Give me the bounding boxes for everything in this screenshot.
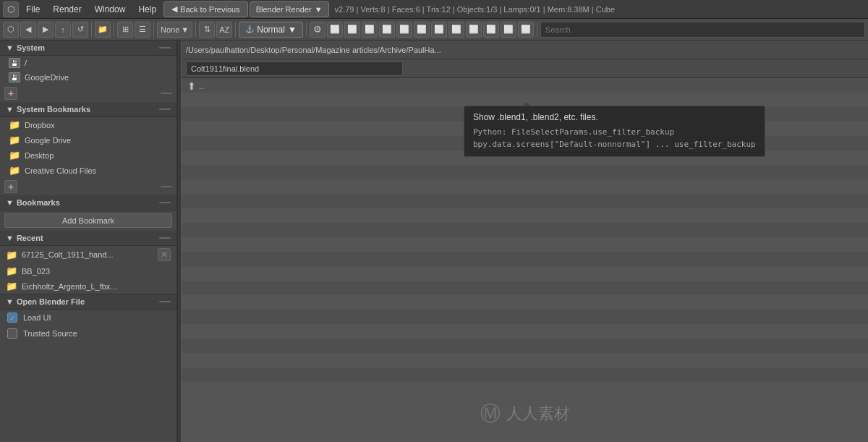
load-ui-checkbox-item[interactable]: ✓ Load UI [0, 310, 176, 326]
menu-help[interactable]: Help [132, 1, 162, 17]
sys-bm-divider [159, 109, 171, 110]
sidebar-item-creative-cloud[interactable]: 📁 Creative Cloud Files [0, 163, 176, 178]
filter-btn4[interactable]: ⬜ [362, 22, 378, 38]
renderer-select[interactable]: Blender Render ▼ [250, 1, 329, 17]
filter-btn3[interactable]: ⬜ [344, 22, 360, 38]
filter-btn2[interactable]: ⬜ [327, 22, 343, 38]
sys-bm-add-button[interactable]: + [4, 180, 17, 193]
sep6 [306, 22, 307, 37]
menu-window[interactable]: Window [89, 1, 132, 17]
filter-btn9[interactable]: ⬜ [448, 22, 464, 38]
recent-folder-icon-1: 📁 [6, 265, 17, 276]
recent-close-button-0[interactable]: ✕ [158, 248, 171, 261]
recent-header[interactable]: ▼ Recent [0, 231, 176, 246]
watermark: Ⓜ 人人素材 [480, 400, 570, 428]
sep3 [153, 22, 154, 37]
load-ui-checkbox[interactable]: ✓ [7, 313, 17, 323]
tooltip-line2: bpy.data.screens["Default-nonnormal"] ..… [473, 139, 756, 151]
filter-btn10[interactable]: ⬜ [466, 22, 482, 38]
main-area: ▼ System 💾 / 💾 GoogleDrive + ▼ System Bo… [0, 41, 868, 442]
folder-icon-cc: 📁 [9, 165, 20, 176]
tooltip-title: Show .blend1, .blend2, etc. files. [473, 112, 756, 122]
system-actions: + [0, 85, 176, 102]
system-add-button[interactable]: + [4, 87, 17, 100]
folder-icon-dropbox: 📁 [9, 119, 20, 130]
sidebar-item-desktop[interactable]: 📁 Desktop [0, 148, 176, 163]
tooltip-code: Python: FileSelectParams.use_filter_back… [473, 127, 756, 150]
bm-divider [159, 202, 171, 203]
system-section-header[interactable]: ▼ System [0, 41, 176, 56]
filter-btn12[interactable]: ⬜ [501, 22, 516, 38]
menu-file[interactable]: File [20, 1, 46, 17]
sidebar: ▼ System 💾 / 💾 GoogleDrive + ▼ System Bo… [0, 41, 177, 442]
menu-render[interactable]: Render [47, 1, 87, 17]
view-grid-button[interactable]: ⊞ [117, 22, 133, 38]
sep4 [195, 22, 196, 37]
file-browser: /Users/paulhatton/Desktop/Personal/Magaz… [182, 41, 868, 442]
display-select-label: None [161, 25, 179, 34]
open-collapse-icon: ▼ [6, 297, 14, 306]
sys-bm-actions: + [0, 178, 176, 195]
nav-back-button[interactable]: ◀ [20, 22, 36, 38]
back-to-previous-button[interactable]: ◀ Back to Previous [163, 1, 248, 17]
sidebar-item-root[interactable]: 💾 / [0, 56, 176, 70]
system-bookmarks-header[interactable]: ▼ System Bookmarks [0, 102, 176, 117]
sep2 [114, 22, 114, 37]
open-blender-header[interactable]: ▼ Open Blender File [0, 294, 176, 310]
trusted-source-checkbox-item[interactable]: Trusted Source [0, 326, 176, 341]
renderer-label: Blender Render [256, 5, 312, 14]
nav-refresh-button[interactable]: ↺ [72, 22, 88, 38]
open-divider [159, 301, 171, 302]
recent-folder-icon-2: 📁 [6, 281, 17, 292]
recent-item-2[interactable]: 📁 Eichholtz_Argento_L_fbx... [0, 279, 176, 294]
filter-btn6[interactable]: ⬜ [396, 22, 412, 38]
sep5 [235, 22, 236, 37]
normal-select-label: Normal [257, 25, 285, 35]
create-dir-button[interactable]: 📁 [95, 22, 111, 38]
recent-divider [159, 237, 171, 239]
display-select[interactable]: None ▼ [157, 22, 192, 38]
sep1 [91, 22, 92, 37]
sort-button[interactable]: ⇅ [199, 22, 215, 38]
watermark-text: 人人素材 [506, 403, 570, 425]
tooltip-line1: Python: FileSelectParams.use_filter_back… [473, 127, 756, 139]
add-bookmark-button[interactable]: Add Bookmark [4, 213, 172, 228]
sidebar-item-dropbox[interactable]: 📁 Dropbox [0, 117, 176, 132]
filter-btn8[interactable]: ⬜ [431, 22, 447, 38]
add-bookmark-label: Add Bookmark [62, 216, 114, 225]
toolbar: ⬡ ◀ ▶ ↑ ↺ 📁 ⊞ ☰ None ▼ ⇅ AZ ⚓ Normal ▼ ⚙… [0, 19, 868, 41]
sidebar-item-googledrive[interactable]: 💾 GoogleDrive [0, 70, 176, 85]
nav-up-button[interactable]: ↑ [55, 22, 71, 38]
recent-collapse-icon: ▼ [6, 234, 14, 242]
menu-bar: ⬡ File Render Window Help ◀ Back to Prev… [0, 0, 868, 19]
path-text: /Users/paulhatton/Desktop/Personal/Magaz… [186, 46, 864, 54]
bookmarks-title: ▼ Bookmarks [6, 198, 60, 207]
filter-btn1[interactable]: ⚙ [310, 22, 326, 38]
filter-btn11[interactable]: ⬜ [483, 22, 499, 38]
filter-btn5[interactable]: ⬜ [379, 22, 395, 38]
system-divider [159, 47, 171, 48]
trusted-source-label: Trusted Source [23, 329, 77, 338]
trusted-source-checkbox[interactable] [7, 328, 17, 339]
filter-btn13[interactable]: ⬜ [518, 22, 534, 38]
bm-collapse-icon: ▼ [6, 198, 14, 207]
recent-item-0[interactable]: 📁 67125_Colt_1911_hand... ✕ [0, 246, 176, 263]
filename-bar [182, 59, 868, 78]
nav-forward-button[interactable]: ▶ [38, 22, 54, 38]
drive-icon-root: 💾 [9, 58, 20, 68]
view-list-button[interactable]: ☰ [135, 22, 150, 38]
sort-az-button[interactable]: AZ [216, 22, 232, 38]
normal-select[interactable]: ⚓ Normal ▼ [239, 22, 303, 38]
open-blender-title: ▼ Open Blender File [6, 297, 85, 306]
bookmarks-header[interactable]: ▼ Bookmarks [0, 195, 176, 211]
back-btn-label: Back to Previous [180, 5, 240, 14]
filter-btn7[interactable]: ⬜ [414, 22, 430, 38]
recent-item-1[interactable]: 📁 BB_023 [0, 263, 176, 279]
drive-icon-google: 💾 [9, 72, 20, 82]
blender-icon: ⬡ [3, 1, 19, 17]
folder-icon-gdrive: 📁 [9, 135, 20, 145]
sidebar-item-googledrive2[interactable]: 📁 Google Drive [0, 132, 176, 148]
search-input[interactable] [540, 22, 865, 38]
folder-icon-desktop: 📁 [9, 150, 20, 161]
filename-input[interactable] [186, 61, 403, 76]
